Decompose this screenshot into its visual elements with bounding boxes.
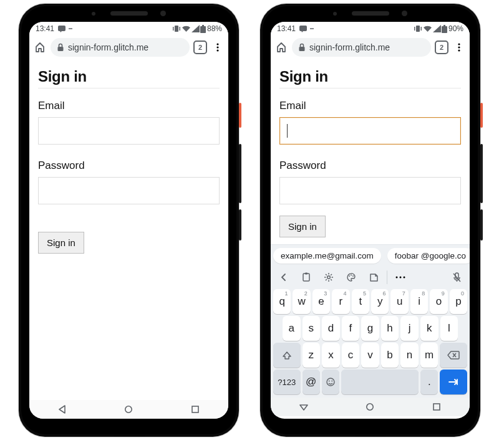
sticker-icon[interactable] <box>363 269 384 286</box>
svg-rect-4 <box>175 26 178 32</box>
key-b[interactable]: b <box>381 343 399 368</box>
key-k[interactable]: k <box>420 316 438 341</box>
signin-button[interactable]: Sign in <box>279 216 326 237</box>
overflow-menu-icon[interactable] <box>452 41 466 54</box>
signin-button[interactable]: Sign in <box>38 232 84 254</box>
key-f[interactable]: f <box>342 316 360 341</box>
cellular-icon <box>191 25 200 32</box>
nav-home-icon[interactable] <box>365 402 375 412</box>
system-nav-bar <box>29 400 228 419</box>
svg-line-40 <box>326 274 327 275</box>
svg-rect-28 <box>442 27 447 27</box>
email-field[interactable] <box>279 117 461 145</box>
key-m[interactable]: m <box>420 343 438 368</box>
svg-line-41 <box>331 279 332 280</box>
svg-rect-17 <box>192 406 198 412</box>
key-d[interactable]: d <box>322 316 340 341</box>
autofill-suggestion[interactable]: example.me@gmail.com <box>273 248 381 264</box>
clipboard-icon[interactable] <box>296 269 317 286</box>
key-y[interactable]: y6 <box>371 289 389 314</box>
battery-icon <box>442 25 447 33</box>
phone-left: 13:41 88% <box>19 4 239 437</box>
autofill-suggestion[interactable]: foobar @google.co <box>387 248 470 264</box>
home-icon[interactable] <box>33 41 47 54</box>
svg-marker-15 <box>59 406 65 413</box>
chat-icon <box>58 26 66 32</box>
key-j[interactable]: j <box>400 316 419 341</box>
page-title: Sign in <box>279 68 461 85</box>
key-s[interactable]: s <box>303 316 321 341</box>
nav-hide-keyboard-icon[interactable] <box>299 403 309 411</box>
period-key[interactable]: . <box>420 369 438 394</box>
password-field[interactable] <box>279 177 461 204</box>
keyboard-row: asdfghjkl <box>273 316 467 341</box>
nav-recent-icon[interactable] <box>432 402 442 412</box>
nav-recent-icon[interactable] <box>190 404 200 414</box>
svg-point-13 <box>216 46 218 48</box>
lock-icon <box>57 43 64 52</box>
key-p[interactable]: p0 <box>450 289 467 314</box>
shift-key[interactable] <box>273 343 301 368</box>
keyboard-back-icon[interactable] <box>273 269 294 286</box>
key-l[interactable]: l <box>440 316 458 341</box>
status-bar: 13:41 90% <box>271 22 470 36</box>
nav-home-icon[interactable] <box>124 404 133 414</box>
key-u[interactable]: u7 <box>390 289 408 314</box>
svg-marker-25 <box>433 25 441 32</box>
battery-percent: 90% <box>448 24 463 33</box>
vibrate-icon <box>414 25 422 32</box>
key-q[interactable]: q1 <box>273 289 291 314</box>
gear-icon[interactable] <box>318 269 339 286</box>
svg-point-48 <box>400 277 402 279</box>
svg-line-42 <box>326 279 327 280</box>
key-z[interactable]: z <box>303 343 321 368</box>
emoji-key[interactable] <box>322 369 339 394</box>
svg-rect-9 <box>202 25 204 26</box>
tabs-button[interactable]: 2 <box>193 41 207 54</box>
more-icon[interactable] <box>390 269 411 286</box>
tabs-button[interactable]: 2 <box>435 41 448 54</box>
key-r[interactable]: r4 <box>332 289 349 314</box>
at-key[interactable]: @ <box>303 369 320 394</box>
svg-point-46 <box>352 275 354 277</box>
palette-icon[interactable] <box>341 269 362 286</box>
key-a[interactable]: a <box>283 316 301 341</box>
status-bar: 13:41 88% <box>29 22 228 36</box>
overflow-menu-icon[interactable] <box>211 41 225 54</box>
key-g[interactable]: g <box>361 316 379 341</box>
key-o[interactable]: o9 <box>430 289 447 314</box>
backspace-key[interactable] <box>440 343 467 368</box>
key-i[interactable]: i8 <box>410 289 428 314</box>
svg-point-47 <box>396 277 398 279</box>
svg-point-45 <box>351 275 352 276</box>
keyboard-row: zxcvbnm <box>273 343 467 368</box>
svg-rect-23 <box>414 27 415 31</box>
address-bar[interactable]: signin-form.glitch.me <box>51 38 190 57</box>
svg-line-43 <box>331 274 332 275</box>
key-w[interactable]: w2 <box>293 289 310 314</box>
do-not-disturb-icon <box>308 25 316 32</box>
key-t[interactable]: t5 <box>352 289 369 314</box>
svg-rect-6 <box>179 27 180 31</box>
page-title: Sign in <box>38 68 220 85</box>
address-bar[interactable]: signin-form.glitch.me <box>292 38 431 57</box>
clock: 13:41 <box>36 24 54 33</box>
key-n[interactable]: n <box>400 343 419 368</box>
key-v[interactable]: v <box>361 343 379 368</box>
battery-icon <box>200 25 206 33</box>
password-field[interactable] <box>38 177 220 204</box>
enter-key[interactable] <box>440 369 467 394</box>
phone-right: 13:41 90% <box>260 4 480 437</box>
symbols-key[interactable]: ?123 <box>273 369 301 394</box>
home-icon[interactable] <box>274 41 288 54</box>
space-key[interactable] <box>341 369 419 394</box>
key-x[interactable]: x <box>322 343 340 368</box>
key-e[interactable]: e3 <box>312 289 330 314</box>
svg-rect-22 <box>416 26 420 32</box>
key-c[interactable]: c <box>342 343 360 368</box>
email-field[interactable] <box>38 117 220 145</box>
key-h[interactable]: h <box>381 316 399 341</box>
nav-back-icon[interactable] <box>57 404 67 414</box>
mic-off-icon[interactable] <box>446 269 467 286</box>
cellular-icon <box>433 25 441 32</box>
